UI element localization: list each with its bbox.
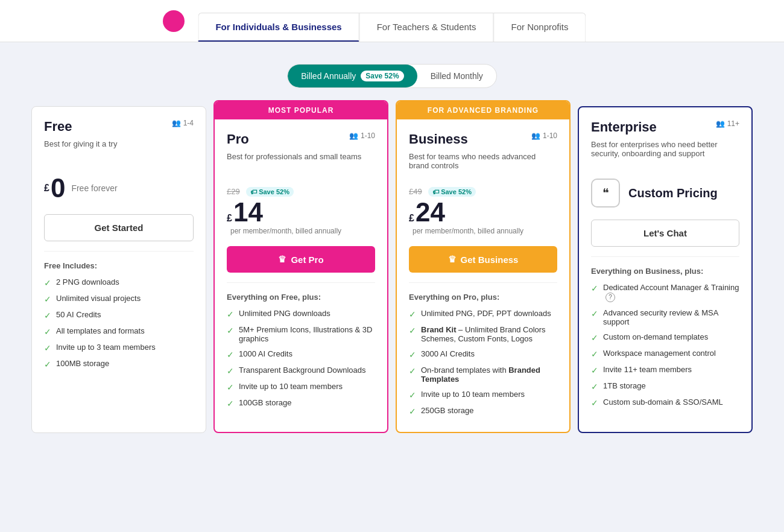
check-icon: ✓ <box>227 309 234 319</box>
check-icon: ✓ <box>227 366 234 376</box>
plan-enterprise-desc: Best for enterprises who need better sec… <box>591 140 739 164</box>
check-icon: ✓ <box>44 343 51 353</box>
plan-pro-name: Pro <box>227 131 249 147</box>
feature-free-5: ✓ Invite up to 3 team members <box>44 343 194 353</box>
check-icon: ✓ <box>409 407 416 416</box>
quote-icon: ❝ <box>591 179 620 207</box>
tab-teachers[interactable]: For Teachers & Students <box>359 13 494 42</box>
feature-biz-4: ✓ On-brand templates with Branded Templa… <box>409 366 557 384</box>
plan-free-header: Free 👥 1-4 <box>44 119 194 135</box>
check-icon: ✓ <box>409 366 416 376</box>
feature-ent-4: ✓ Workspace management control <box>591 349 739 359</box>
check-icon: ✓ <box>409 309 416 319</box>
plan-pro-includes: Everything on Free, plus: <box>227 293 375 302</box>
check-icon: ✓ <box>591 283 598 293</box>
plan-free: Free 👥 1-4 Best for giving it a try £ 0 … <box>31 106 206 433</box>
check-icon: ✓ <box>44 294 51 304</box>
plan-enterprise-divider <box>591 256 739 257</box>
check-icon: ✓ <box>44 278 51 288</box>
plan-business: FOR ADVANCED BRANDING Business 👥 1-10 Be… <box>396 100 571 433</box>
check-icon: ✓ <box>591 366 598 375</box>
feature-ent-6: ✓ 1TB storage <box>591 381 739 391</box>
plan-pro-body: Pro 👥 1-10 Best for professionals and sm… <box>215 119 387 424</box>
feature-pro-2: ✓ 5M+ Premium Icons, Illustrations & 3D … <box>227 325 375 343</box>
plan-business-save: 🏷 Save 52% <box>428 187 476 197</box>
feature-pro-4: ✓ Transparent Background Downloads <box>227 366 375 376</box>
feature-biz-3: ✓ 3000 AI Credits <box>409 349 557 359</box>
plan-enterprise-name: Enterprise <box>591 119 657 135</box>
feature-ent-1: ✓ Dedicated Account Manager & Training ? <box>591 283 739 302</box>
plan-free-price: £ 0 Free forever <box>44 173 194 203</box>
plan-pro-price: £29 🏷 Save 52% £ 14 per member/month, bi… <box>227 186 375 235</box>
feature-ent-2: ✓ Advanced security review & MSA support <box>591 308 739 326</box>
feature-free-3: ✓ 50 AI Credits <box>44 310 194 320</box>
check-icon: ✓ <box>44 311 51 320</box>
plan-free-desc: Best for giving it a try <box>44 139 194 163</box>
feature-ent-5: ✓ Invite 11+ team members <box>591 365 739 375</box>
check-icon: ✓ <box>591 398 598 408</box>
tab-nonprofits[interactable]: For Nonprofits <box>494 13 586 42</box>
plan-pro-seats: 👥 1-10 <box>349 131 375 140</box>
plan-free-includes: Free Includes: <box>44 261 194 270</box>
custom-pricing-area: ❝ Custom Pricing <box>591 179 739 207</box>
plan-business-banner: FOR ADVANCED BRANDING <box>397 101 569 119</box>
feature-biz-1: ✓ Unlimited PNG, PDF, PPT downloads <box>409 309 557 319</box>
plan-pro-desc: Best for professionals and small teams <box>227 152 375 176</box>
plan-pro-features: ✓ Unlimited PNG downloads ✓ 5M+ Premium … <box>227 309 375 408</box>
feature-free-4: ✓ All templates and formats <box>44 326 194 337</box>
plan-pro-save: 🏷 Save 52% <box>246 187 294 197</box>
logo-dot <box>163 10 185 32</box>
plan-pro-cta[interactable]: ♛ Get Pro <box>227 246 375 273</box>
plan-enterprise-header: Enterprise 👥 11+ <box>591 119 739 135</box>
plans-container: Free 👥 1-4 Best for giving it a try £ 0 … <box>6 106 778 433</box>
feature-biz-6: ✓ 250GB storage <box>409 406 557 416</box>
plan-enterprise: Enterprise 👥 11+ Best for enterprises wh… <box>578 106 753 433</box>
billing-annually[interactable]: Billed Annually Save 52% <box>288 65 417 87</box>
check-icon: ✓ <box>591 349 598 359</box>
feature-pro-3: ✓ 1000 AI Credits <box>227 349 375 359</box>
plan-enterprise-cta[interactable]: Let's Chat <box>591 220 739 247</box>
plan-free-seats: 👥 1-4 <box>172 119 194 127</box>
plan-pro-header: Pro 👥 1-10 <box>227 131 375 147</box>
plan-business-desc: Best for teams who needs advanced brand … <box>409 152 557 176</box>
plan-business-header: Business 👥 1-10 <box>409 131 557 147</box>
plan-business-cta[interactable]: ♛ Get Business <box>409 246 557 273</box>
top-bar: For Individuals & Businesses For Teacher… <box>0 0 784 42</box>
plan-business-divider <box>409 282 557 283</box>
plan-enterprise-body: Enterprise 👥 11+ Best for enterprises wh… <box>579 107 751 423</box>
feature-free-6: ✓ 100MB storage <box>44 359 194 369</box>
plan-free-cta[interactable]: Get Started <box>44 214 194 241</box>
billing-monthly[interactable]: Billed Monthly <box>417 65 496 87</box>
plan-enterprise-includes: Everything on Business, plus: <box>591 267 739 276</box>
check-icon: ✓ <box>227 399 234 408</box>
tab-individuals[interactable]: For Individuals & Businesses <box>198 13 359 42</box>
plan-business-name: Business <box>409 131 468 147</box>
plan-business-price: £49 🏷 Save 52% £ 24 per member/month, bi… <box>409 186 557 235</box>
plan-business-features: ✓ Unlimited PNG, PDF, PPT downloads ✓ Br… <box>409 309 557 416</box>
plan-business-body: Business 👥 1-10 Best for teams who needs… <box>397 119 569 432</box>
feature-biz-5: ✓ Invite up to 10 team members <box>409 390 557 400</box>
check-icon: ✓ <box>591 333 598 343</box>
plan-pro: MOST POPULAR Pro 👥 1-10 Best for profess… <box>213 100 388 433</box>
feature-ent-3: ✓ Custom on-demand templates <box>591 332 739 343</box>
plan-free-name: Free <box>44 119 72 135</box>
check-icon: ✓ <box>591 382 598 391</box>
plan-business-seats: 👥 1-10 <box>531 131 557 140</box>
feature-pro-5: ✓ Invite up to 10 team members <box>227 382 375 392</box>
feature-free-2: ✓ Unlimited visual projects <box>44 294 194 304</box>
plan-free-body: Free 👥 1-4 Best for giving it a try £ 0 … <box>32 107 206 385</box>
help-icon[interactable]: ? <box>605 293 615 302</box>
check-icon: ✓ <box>409 390 416 400</box>
plan-enterprise-seats: 👥 11+ <box>716 119 739 128</box>
check-icon: ✓ <box>409 326 416 335</box>
plan-enterprise-features: ✓ Dedicated Account Manager & Training ?… <box>591 283 739 408</box>
feature-biz-2: ✓ Brand Kit – Unlimited Brand Colors Sch… <box>409 325 557 343</box>
plan-business-includes: Everything on Pro, plus: <box>409 293 557 302</box>
save-badge: Save 52% <box>361 71 403 81</box>
custom-pricing-label: Custom Pricing <box>628 186 718 200</box>
plan-pro-divider <box>227 282 375 283</box>
check-icon: ✓ <box>44 359 51 369</box>
plan-free-divider <box>44 251 194 252</box>
plan-free-features: ✓ 2 PNG downloads ✓ Unlimited visual pro… <box>44 277 194 369</box>
check-icon: ✓ <box>227 382 234 392</box>
